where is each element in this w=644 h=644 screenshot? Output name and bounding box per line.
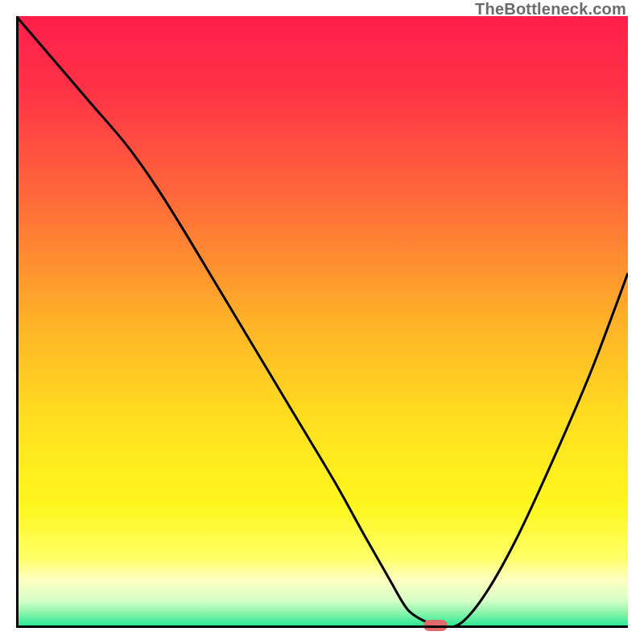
chart-container: TheBottleneck.com [0, 0, 644, 644]
optimum-marker [423, 620, 448, 631]
curve-overlay [16, 16, 628, 628]
plot-area [16, 16, 628, 628]
bottleneck-curve [16, 16, 628, 628]
